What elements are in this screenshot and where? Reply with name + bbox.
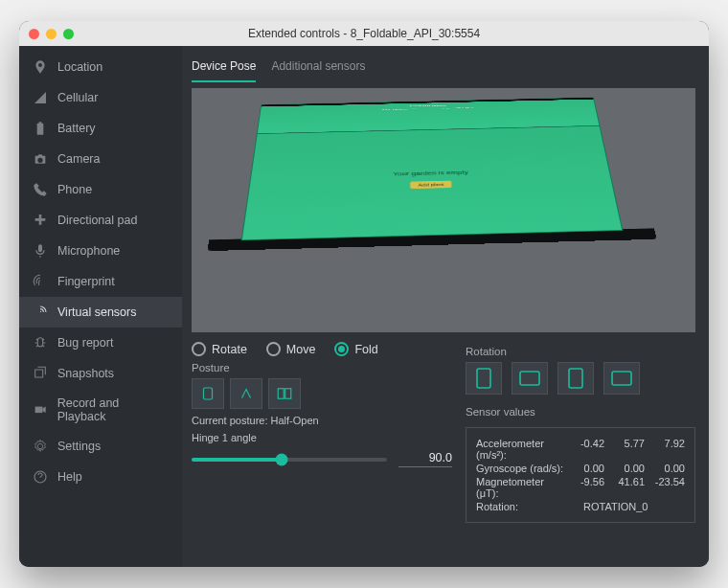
record-icon	[33, 402, 48, 418]
sidebar-item-record-playback[interactable]: Record and Playback	[19, 389, 182, 431]
preview-add-btn: Add plant	[410, 180, 452, 189]
sidebar-item-label: Battery	[57, 122, 96, 135]
sensor-gyro: Gyroscope (rad/s): 0.00 0.00 0.00	[476, 463, 685, 474]
rotation-portrait-reverse-button[interactable]	[557, 362, 594, 395]
phone-icon	[33, 182, 48, 197]
device-preview[interactable]: Sunflower MY GARDEN PLANT LIST Your gard…	[192, 88, 695, 332]
current-posture: Current posture: Half-Open	[192, 415, 452, 426]
svg-rect-6	[520, 372, 539, 385]
sidebar-item-snapshots[interactable]: Snapshots	[19, 358, 182, 389]
svg-rect-7	[569, 369, 582, 388]
mode-rotate-label: Rotate	[212, 343, 247, 356]
posture-open-button[interactable]	[192, 378, 224, 409]
rotation-label: Rotation	[466, 346, 695, 357]
sidebar-item-phone[interactable]: Phone	[19, 174, 182, 205]
sidebar-item-location[interactable]: Location	[19, 52, 182, 82]
preview-tab-1: MY GARDEN	[382, 108, 416, 110]
sidebar-item-fingerprint[interactable]: Fingerprint	[19, 266, 182, 297]
sidebar-item-virtual-sensors[interactable]: Virtual sensors	[19, 297, 182, 328]
preview-empty-msg: Your garden is empty	[251, 165, 609, 180]
mode-fold[interactable]: Fold	[334, 342, 377, 356]
rotation-landscape-left-button[interactable]	[512, 362, 548, 395]
sidebar-item-bug-report[interactable]: Bug report	[19, 328, 182, 358]
sensor-accel: Accelerometer (m/s²): -0.42 5.77 7.92	[476, 438, 685, 461]
sidebar-item-directional-pad[interactable]: Directional pad	[19, 205, 182, 236]
rotation-landscape-right-button[interactable]	[603, 362, 640, 395]
hinge-slider[interactable]	[192, 458, 387, 462]
sidebar: Location Cellular Battery Camera Phone D…	[19, 46, 182, 567]
fingerprint-icon	[33, 274, 48, 289]
minimize-icon[interactable]	[46, 29, 57, 39]
battery-icon	[33, 121, 48, 136]
sensor-values-label: Sensor values	[466, 406, 695, 418]
sidebar-item-help[interactable]: Help	[19, 462, 182, 492]
close-icon[interactable]	[29, 29, 39, 39]
mode-rotate[interactable]: Rotate	[192, 342, 247, 356]
rotation-row	[466, 362, 695, 395]
svg-rect-4	[285, 389, 291, 399]
maximize-icon[interactable]	[63, 29, 74, 39]
tab-additional-sensors[interactable]: Additional sensors	[271, 56, 365, 82]
mode-move-label: Move	[286, 343, 316, 356]
posture-label: Posture	[192, 362, 452, 373]
sidebar-item-label: Camera	[57, 152, 100, 166]
location-icon	[33, 59, 48, 75]
sidebar-item-label: Record and Playback	[57, 396, 169, 423]
microphone-icon	[33, 243, 48, 259]
sidebar-item-label: Fingerprint	[57, 275, 115, 288]
sidebar-item-battery[interactable]: Battery	[19, 113, 182, 144]
window-title: Extended controls - 8_Foldable_API_30:55…	[19, 27, 709, 40]
sensor-rotation: Rotation: ROTATION_0	[476, 501, 685, 512]
sidebar-item-settings[interactable]: Settings	[19, 431, 182, 462]
camera-icon	[33, 151, 48, 167]
hinge-value[interactable]: 90.0	[398, 451, 452, 467]
svg-rect-0	[35, 407, 43, 414]
posture-halfopen-button[interactable]	[268, 378, 301, 409]
sensor-magnet: Magnetometer (μT): -9.56 41.61 -23.54	[476, 476, 685, 499]
rotation-portrait-button[interactable]	[466, 362, 502, 395]
sidebar-item-label: Bug report	[57, 336, 113, 350]
sidebar-item-label: Cellular	[57, 91, 98, 104]
sidebar-item-camera[interactable]: Camera	[19, 144, 182, 174]
mode-move[interactable]: Move	[266, 342, 316, 356]
posture-row	[192, 378, 452, 409]
preview-tab-2: PLANT LIST	[443, 106, 474, 108]
window: Extended controls - 8_Foldable_API_30:55…	[19, 21, 709, 567]
sidebar-item-label: Virtual sensors	[57, 305, 136, 319]
tabs: Device Pose Additional sensors	[192, 56, 695, 82]
snapshots-icon	[33, 366, 48, 381]
sidebar-item-label: Help	[57, 470, 82, 484]
sidebar-item-label: Snapshots	[57, 367, 114, 380]
dpad-icon	[33, 213, 48, 228]
mode-fold-label: Fold	[354, 343, 377, 356]
hinge-label: Hinge 1 angle	[192, 432, 452, 443]
svg-rect-5	[477, 369, 490, 388]
sidebar-item-label: Settings	[57, 440, 101, 453]
bug-icon	[33, 335, 48, 351]
sidebar-item-microphone[interactable]: Microphone	[19, 236, 182, 266]
posture-closed-button[interactable]	[230, 378, 262, 409]
titlebar: Extended controls - 8_Foldable_API_30:55…	[19, 21, 709, 46]
sensors-icon	[33, 305, 48, 320]
svg-rect-2	[204, 388, 213, 399]
main-panel: Device Pose Additional sensors Sunflower…	[182, 46, 709, 567]
svg-rect-3	[278, 389, 284, 399]
sidebar-item-label: Location	[57, 60, 102, 74]
sidebar-item-label: Microphone	[57, 244, 120, 258]
tab-device-pose[interactable]: Device Pose	[192, 56, 256, 82]
svg-rect-8	[612, 372, 631, 385]
sidebar-item-cellular[interactable]: Cellular	[19, 82, 182, 113]
cellular-icon	[33, 90, 48, 105]
sidebar-item-label: Directional pad	[57, 214, 137, 227]
mode-row: Rotate Move Fold	[192, 342, 452, 356]
help-icon	[33, 469, 48, 485]
sensor-values-box: Accelerometer (m/s²): -0.42 5.77 7.92 Gy…	[466, 427, 695, 523]
sidebar-item-label: Phone	[57, 183, 92, 196]
window-controls	[29, 29, 74, 39]
gear-icon	[33, 439, 48, 454]
